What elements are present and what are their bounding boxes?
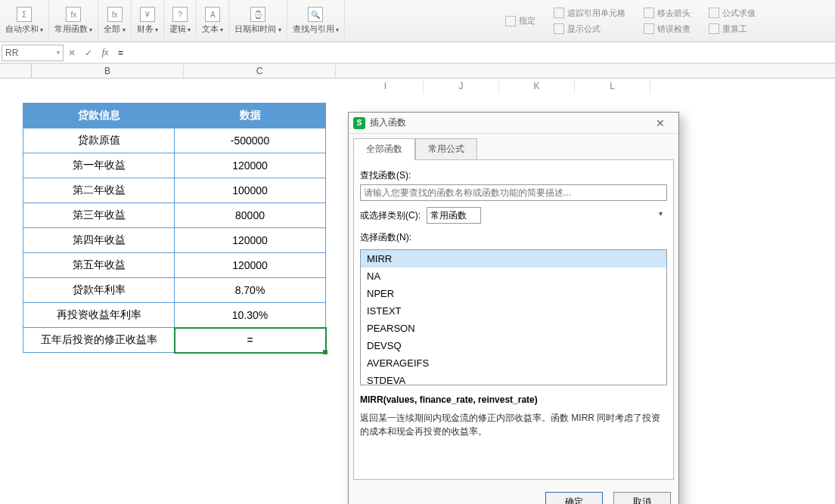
ribbon-datetime[interactable]: ⌚日期和时间 xyxy=(229,0,287,42)
row-value[interactable]: -500000 xyxy=(175,128,326,153)
fx-icon: fx xyxy=(66,7,81,22)
row-label[interactable]: 五年后投资的修正收益率 xyxy=(23,328,175,353)
fn-item[interactable]: NPER xyxy=(361,285,666,302)
row-label[interactable]: 第五年收益 xyxy=(23,253,175,278)
row-label[interactable]: 贷款原值 xyxy=(23,128,175,153)
search-label: 查找函数(S): xyxy=(360,169,667,182)
ribbon-toolbar: Σ自动求和 fx常用函数 fx全部 ¥财务 ?逻辑 A文本 ⌚日期和时间 🔍查找… xyxy=(0,0,835,42)
close-icon[interactable]: ✕ xyxy=(647,117,674,129)
tab-common-formulas[interactable]: 常用公式 xyxy=(415,138,477,160)
sigma-icon: Σ xyxy=(17,7,32,22)
ribbon-assign: 指定 xyxy=(501,14,540,28)
fx-button[interactable]: fx xyxy=(97,45,113,61)
tab-all-functions[interactable]: 全部函数 xyxy=(353,138,415,160)
ribbon-show-formula: 显示公式 xyxy=(549,22,630,36)
cancel-formula-icon[interactable]: ✕ xyxy=(64,45,80,61)
worksheet[interactable]: IJKL 贷款信息 数据 贷款原值-500000 第一年收益120000 第二年… xyxy=(0,79,835,504)
row-value[interactable]: 10.30% xyxy=(175,303,326,328)
column-headers: B C xyxy=(0,63,835,79)
dialog-title: 插入函数 xyxy=(370,116,406,129)
row-label[interactable]: 贷款年利率 xyxy=(23,278,175,303)
ribbon-lookup[interactable]: 🔍查找与引用 xyxy=(287,0,345,42)
cancel-button[interactable]: 取消 xyxy=(613,492,671,504)
text-icon: A xyxy=(205,7,220,22)
row-label[interactable]: 第四年收益 xyxy=(23,228,175,253)
ribbon-autosum[interactable]: Σ自动求和 xyxy=(0,0,49,42)
col-B[interactable]: B xyxy=(32,63,184,78)
row-value[interactable]: 120000 xyxy=(175,228,326,253)
ribbon-trace: 追踪引用单元格 xyxy=(549,6,630,20)
row-label[interactable]: 再投资收益年利率 xyxy=(23,303,175,328)
function-signature: MIRR(values, finance_rate, reinvest_rate… xyxy=(360,394,667,405)
fn-item[interactable]: DEVSQ xyxy=(361,337,666,354)
datetime-icon: ⌚ xyxy=(250,7,265,22)
fn-item[interactable]: NA xyxy=(361,267,666,285)
app-logo-icon: S xyxy=(353,117,365,129)
th-data: 数据 xyxy=(175,104,326,128)
fn-item-mirr[interactable]: MIRR xyxy=(361,250,666,267)
ribbon-finance[interactable]: ¥财务 xyxy=(132,0,164,42)
fn-item[interactable]: STDEVA xyxy=(361,372,666,385)
fill-handle[interactable] xyxy=(323,350,327,354)
row-value[interactable]: 8.70% xyxy=(175,278,326,303)
fn-item[interactable]: AVERAGEIFS xyxy=(361,354,666,372)
row-value[interactable]: 80000 xyxy=(175,203,326,228)
function-list[interactable]: MIRR NA NPER ISTEXT PEARSON DEVSQ AVERAG… xyxy=(360,249,667,385)
category-select[interactable]: 常用函数 xyxy=(427,207,481,224)
ribbon-evaluate: 公式求值 xyxy=(704,6,760,20)
ribbon-error-check: 错误检查 xyxy=(639,22,695,36)
dialog-titlebar[interactable]: S 插入函数 ✕ xyxy=(349,113,678,134)
th-loan-info: 贷款信息 xyxy=(23,104,175,128)
ribbon-right-group: 指定 xyxy=(496,0,545,42)
formula-bar: RR▾ ✕ ✓ fx xyxy=(0,42,835,63)
row-label[interactable]: 第一年收益 xyxy=(23,153,175,178)
fn-item[interactable]: ISTEXT xyxy=(361,302,666,320)
active-cell[interactable]: = xyxy=(175,328,326,353)
search-function-input[interactable] xyxy=(360,184,667,201)
accept-formula-icon[interactable]: ✓ xyxy=(80,45,97,61)
name-box[interactable]: RR▾ xyxy=(2,45,64,61)
lookup-icon: 🔍 xyxy=(308,7,323,22)
formula-input[interactable] xyxy=(113,45,835,61)
row-value[interactable]: 100000 xyxy=(175,178,326,203)
ok-button[interactable]: 确定 xyxy=(545,492,603,504)
ribbon-remove-arrow: 移去箭头 xyxy=(639,6,695,20)
row-label[interactable]: 第二年收益 xyxy=(23,178,175,203)
fx-all-icon: fx xyxy=(107,7,123,22)
finance-icon: ¥ xyxy=(140,7,155,22)
logic-icon: ? xyxy=(172,7,188,22)
ribbon-all[interactable]: fx全部 xyxy=(98,0,131,42)
row-label[interactable]: 第三年收益 xyxy=(23,203,175,228)
row-value[interactable]: 120000 xyxy=(175,153,326,178)
insert-function-dialog: S 插入函数 ✕ 全部函数 常用公式 查找函数(S): 或选择类别(C): 常用… xyxy=(348,112,679,504)
fn-item[interactable]: PEARSON xyxy=(361,320,666,337)
ribbon-recalc: 重算工 xyxy=(704,22,760,36)
function-description: 返回某一连续期间内现金流的修正内部收益率。函数 MIRR 同时考虑了投资的成本和… xyxy=(360,411,667,438)
loan-table: 贷款信息 数据 贷款原值-500000 第一年收益120000 第二年收益100… xyxy=(23,103,326,353)
row-value[interactable]: 120000 xyxy=(175,253,326,278)
ribbon-text[interactable]: A文本 xyxy=(197,0,229,42)
category-label: 或选择类别(C): xyxy=(360,209,421,222)
select-fn-label: 选择函数(N): xyxy=(360,231,667,244)
ribbon-logic[interactable]: ?逻辑 xyxy=(164,0,197,42)
ribbon-common-fn[interactable]: fx常用函数 xyxy=(49,0,98,42)
col-C[interactable]: C xyxy=(184,63,336,78)
